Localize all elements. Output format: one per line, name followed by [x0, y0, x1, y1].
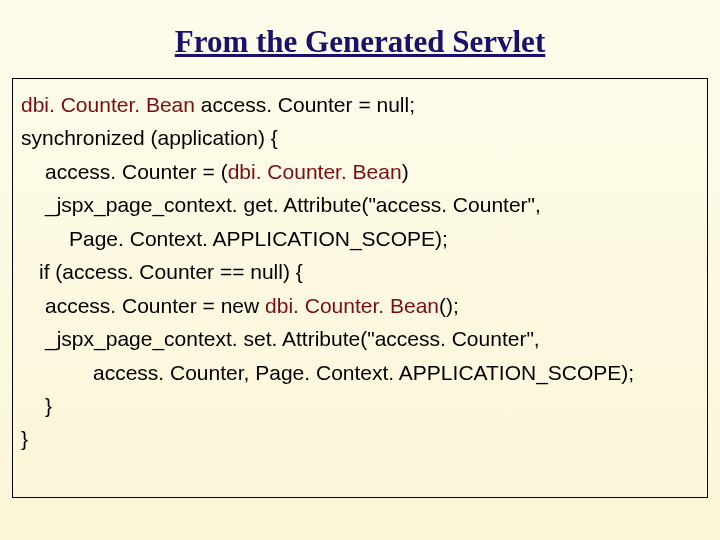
code-box: dbi. Counter. Bean access. Counter = nul… — [12, 78, 708, 498]
keyword: dbi. Counter. Bean — [21, 93, 195, 116]
slide-title: From the Generated Servlet — [12, 24, 708, 60]
code-line: access. Counter, Page. Context. APPLICAT… — [21, 358, 699, 388]
code-text: (); — [439, 294, 459, 317]
keyword: dbi. Counter. Bean — [265, 294, 439, 317]
code-line: } — [21, 391, 699, 421]
code-line: Page. Context. APPLICATION_SCOPE); — [21, 224, 699, 254]
code-text: access. Counter = null; — [195, 93, 415, 116]
code-line: dbi. Counter. Bean access. Counter = nul… — [21, 90, 699, 120]
code-line: if (access. Counter == null) { — [21, 257, 699, 287]
code-line: synchronized (application) { — [21, 123, 699, 153]
keyword: dbi. Counter. Bean — [228, 160, 402, 183]
code-text: ) — [402, 160, 409, 183]
code-line: } — [21, 424, 699, 454]
slide: From the Generated Servlet dbi. Counter.… — [0, 0, 720, 540]
code-line: access. Counter = new dbi. Counter. Bean… — [21, 291, 699, 321]
code-line: access. Counter = (dbi. Counter. Bean) — [21, 157, 699, 187]
code-text: access. Counter = ( — [45, 160, 228, 183]
code-line: _jspx_page_context. get. Attribute("acce… — [21, 190, 699, 220]
code-text: access. Counter = new — [45, 294, 265, 317]
code-line: _jspx_page_context. set. Attribute("acce… — [21, 324, 699, 354]
